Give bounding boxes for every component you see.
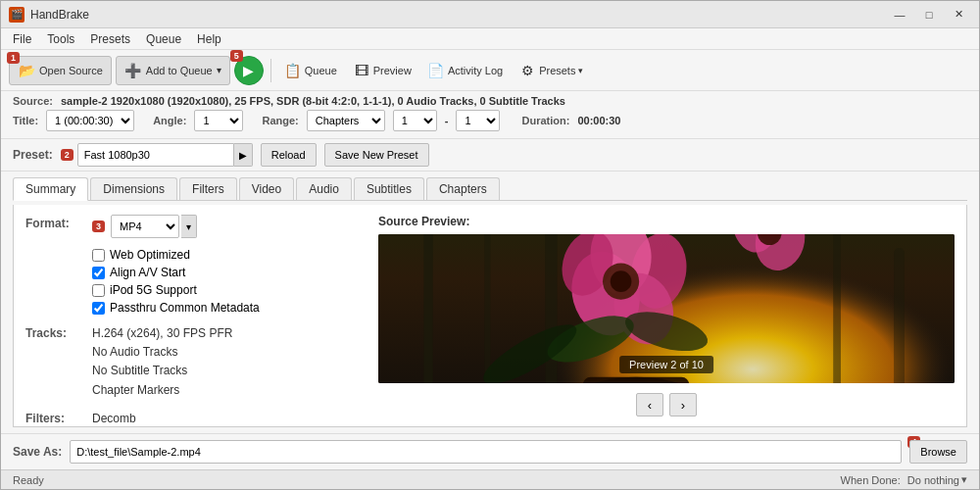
- menu-queue[interactable]: Queue: [138, 30, 189, 48]
- preview-controls: ‹ ›: [378, 393, 955, 416]
- menu-tools[interactable]: Tools: [39, 30, 82, 48]
- title-select[interactable]: 1 (00:00:30): [46, 110, 134, 131]
- preview-icon: 🎞: [353, 62, 370, 79]
- track-1: H.264 (x264), 30 FPS PFR: [92, 324, 232, 343]
- activity-log-icon: 📄: [427, 62, 445, 79]
- reload-button[interactable]: Reload: [261, 143, 317, 167]
- menu-presets[interactable]: Presets: [82, 30, 138, 48]
- save-new-preset-button[interactable]: Save New Preset: [324, 143, 429, 167]
- svg-rect-5: [833, 234, 841, 383]
- status-bar: Ready When Done: Do nothing ▾: [1, 469, 979, 489]
- browse-button[interactable]: Browse: [909, 440, 967, 464]
- passthru-row[interactable]: Passthru Common Metadata: [92, 301, 260, 315]
- right-panel: Source Preview:: [378, 215, 955, 416]
- range-start-select[interactable]: 1: [393, 110, 437, 131]
- tab-subtitles[interactable]: Subtitles: [354, 177, 424, 200]
- preview-badge: Preview 2 of 10: [619, 356, 713, 373]
- tabs: Summary Dimensions Filters Video Audio S…: [13, 177, 967, 201]
- app-icon: 🎬: [9, 7, 24, 23]
- align-av-checkbox[interactable]: [92, 267, 105, 279]
- web-optimized-checkbox[interactable]: [92, 249, 105, 262]
- preset-arrow-button[interactable]: ▶: [234, 143, 253, 167]
- menu-file[interactable]: File: [5, 30, 39, 48]
- tab-summary[interactable]: Summary: [13, 177, 88, 201]
- toolbar-separator-1: [270, 59, 271, 82]
- save-path-input[interactable]: [70, 440, 902, 464]
- passthru-checkbox[interactable]: [92, 302, 105, 315]
- svg-rect-6: [894, 248, 905, 383]
- web-optimized-row[interactable]: Web Optimized: [92, 248, 260, 262]
- filters-row: Filters: Decomb: [25, 410, 359, 427]
- add-queue-icon: ➕: [124, 62, 142, 79]
- ipod-support-checkbox[interactable]: [92, 284, 105, 297]
- title-bar-text: HandBrake: [30, 8, 887, 22]
- queue-button[interactable]: 📋 Queue: [278, 56, 343, 85]
- source-info: Source: sample-2 1920x1080 (1920x1080), …: [1, 91, 979, 139]
- align-av-row[interactable]: Align A/V Start: [92, 266, 260, 279]
- open-source-button[interactable]: 📂 Open Source: [9, 56, 112, 85]
- range-end-select[interactable]: 1: [456, 110, 500, 131]
- toolbar: 1 📂 Open Source ➕ Add to Queue ▾ 5 ▶ 📋 Q…: [1, 50, 979, 91]
- preview-next-button[interactable]: ›: [669, 393, 697, 416]
- browse-btn-wrap: 4 Browse: [909, 440, 967, 464]
- ipod-support-row[interactable]: iPod 5G Support: [92, 283, 260, 297]
- open-source-badge: 1: [7, 52, 20, 64]
- menu-help[interactable]: Help: [189, 30, 229, 48]
- checkboxes-group: Web Optimized Align A/V Start iPod 5G Su…: [92, 248, 260, 315]
- presets-icon: ⚙: [518, 62, 536, 79]
- title-bar: 🎬 HandBrake — □ ✕: [1, 1, 979, 28]
- preview-image: Preview 2 of 10: [378, 234, 955, 383]
- filters-value: Decomb: [92, 410, 136, 427]
- ready-status: Ready: [13, 474, 44, 486]
- svg-rect-2: [423, 234, 432, 383]
- menu-bar: File Tools Presets Queue Help: [1, 28, 979, 50]
- main-window: 🎬 HandBrake — □ ✕ File Tools Presets Que…: [0, 0, 980, 490]
- svg-point-15: [611, 270, 632, 292]
- format-arrow-button[interactable]: ▾: [181, 215, 197, 238]
- checkboxes-row: Web Optimized Align A/V Start iPod 5G Su…: [25, 248, 359, 315]
- preset-select-wrap: 2 ▶: [61, 143, 253, 167]
- preview-button[interactable]: 🎞 Preview: [347, 56, 417, 85]
- save-bar: Save As: 4 Browse: [1, 433, 979, 469]
- maximize-button[interactable]: □: [916, 5, 942, 24]
- close-button[interactable]: ✕: [946, 5, 971, 24]
- preview-prev-button[interactable]: ‹: [636, 393, 663, 416]
- tracks-row: Tracks: H.264 (x264), 30 FPS PFR No Audi…: [25, 324, 359, 400]
- track-3: No Subtitle Tracks: [92, 362, 232, 380]
- range-type-select[interactable]: Chapters: [307, 110, 385, 131]
- format-select-row: 3 MP4 MKV ▾: [92, 215, 197, 238]
- start-encode-wrap: 5 ▶: [234, 56, 264, 85]
- tab-filters[interactable]: Filters: [179, 177, 237, 200]
- tab-dimensions[interactable]: Dimensions: [90, 177, 177, 200]
- preset-input[interactable]: [77, 143, 234, 167]
- svg-rect-8: [583, 377, 689, 383]
- svg-rect-3: [484, 234, 490, 383]
- tab-chapters[interactable]: Chapters: [426, 177, 500, 200]
- when-done: When Done: Do nothing ▾: [841, 473, 967, 486]
- open-source-icon: 📂: [18, 62, 35, 79]
- add-to-queue-button[interactable]: ➕ Add to Queue ▾: [116, 56, 230, 85]
- start-encode-badge: 5: [230, 50, 243, 62]
- format-row: Format: 3 MP4 MKV ▾: [25, 215, 359, 238]
- tab-audio[interactable]: Audio: [296, 177, 352, 200]
- activity-log-button[interactable]: 📄 Activity Log: [421, 56, 509, 85]
- tab-content: Format: 3 MP4 MKV ▾: [13, 205, 967, 427]
- minimize-button[interactable]: —: [887, 5, 912, 24]
- track-2: No Audio Tracks: [92, 343, 232, 362]
- title-bar-controls: — □ ✕: [887, 5, 971, 24]
- preset-badge: 2: [61, 149, 74, 161]
- angle-select[interactable]: 1: [194, 110, 243, 131]
- open-source-wrap: 1 📂 Open Source: [9, 56, 112, 85]
- save-as-label: Save As:: [13, 445, 62, 459]
- track-4: Chapter Markers: [92, 381, 232, 400]
- main-content: Summary Dimensions Filters Video Audio S…: [1, 172, 979, 433]
- when-done-arrow[interactable]: ▾: [961, 473, 967, 486]
- format-select[interactable]: MP4 MKV: [111, 215, 179, 238]
- tracks-value: H.264 (x264), 30 FPS PFR No Audio Tracks…: [92, 324, 232, 400]
- left-panel: Format: 3 MP4 MKV ▾: [25, 215, 359, 416]
- preview-label: Source Preview:: [378, 215, 955, 228]
- preset-row: Preset: 2 ▶ Reload Save New Preset: [1, 139, 979, 172]
- tab-video[interactable]: Video: [239, 177, 294, 200]
- queue-icon: 📋: [284, 62, 302, 79]
- presets-button[interactable]: ⚙ Presets ▾: [513, 56, 589, 85]
